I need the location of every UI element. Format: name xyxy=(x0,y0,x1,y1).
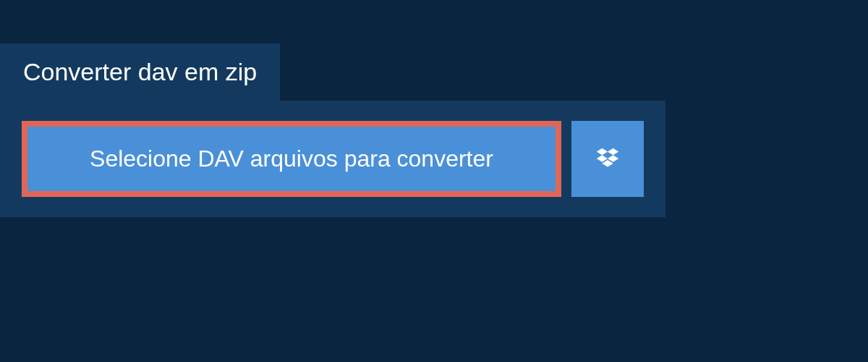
button-row: Selecione DAV arquivos para converter xyxy=(22,121,644,197)
header-tab: Converter dav em zip xyxy=(0,43,280,101)
dropbox-icon xyxy=(594,146,621,173)
dropbox-button[interactable] xyxy=(571,121,644,197)
page-title: Converter dav em zip xyxy=(23,58,257,86)
upload-panel: Selecione DAV arquivos para converter xyxy=(0,101,665,217)
select-files-label: Selecione DAV arquivos para converter xyxy=(90,146,493,172)
select-files-button[interactable]: Selecione DAV arquivos para converter xyxy=(22,121,561,197)
